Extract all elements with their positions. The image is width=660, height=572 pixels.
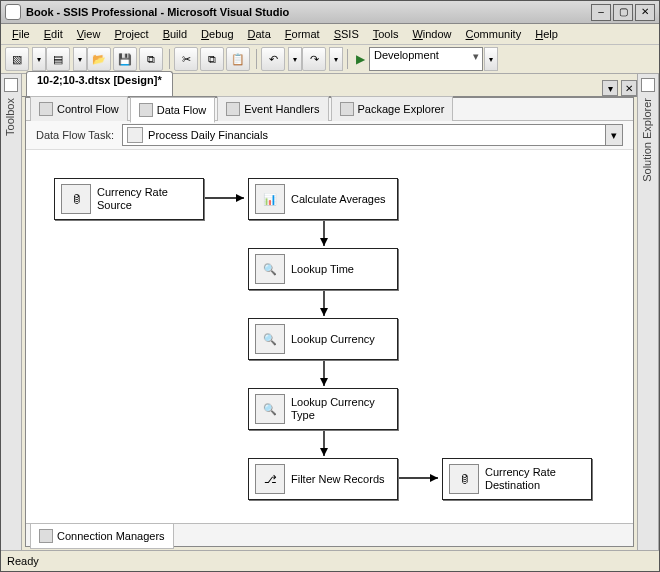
config-select[interactable]: Development: [369, 47, 483, 71]
status-text: Ready: [7, 555, 39, 567]
menu-edit[interactable]: Edit: [37, 26, 70, 42]
designer: Control Flow Data Flow Event Handlers Pa…: [25, 97, 634, 547]
start-debug[interactable]: ▶ Development: [356, 47, 483, 71]
toolbox-panel-collapsed[interactable]: Toolbox: [1, 74, 22, 550]
node-lookup-currency[interactable]: 🔍 Lookup Currency: [248, 318, 398, 360]
titlebar: Book - SSIS Professional - Microsoft Vis…: [1, 1, 659, 24]
menu-community[interactable]: Community: [459, 26, 529, 42]
node-calculate-averages[interactable]: 📊 Calculate Averages: [248, 178, 398, 220]
lookup-icon: 🔍: [255, 254, 285, 284]
conditional-split-icon: ⎇: [255, 464, 285, 494]
open-button[interactable]: 📂: [87, 47, 111, 71]
document-area: 10-2;10-3.dtsx [Design]* ▾ ✕ Control Flo…: [22, 74, 637, 550]
data-flow-task-label: Data Flow Task:: [36, 129, 114, 141]
window-title: Book - SSIS Professional - Microsoft Vis…: [26, 6, 589, 18]
doc-tab-active[interactable]: 10-2;10-3.dtsx [Design]*: [26, 71, 173, 96]
config-label: Development: [374, 49, 439, 61]
task-icon: [127, 127, 143, 143]
menu-file[interactable]: File: [5, 26, 37, 42]
document-tabs: 10-2;10-3.dtsx [Design]* ▾ ✕: [22, 74, 637, 97]
maximize-button[interactable]: ▢: [613, 4, 633, 21]
save-all-button[interactable]: ⧉: [139, 47, 163, 71]
tab-data-flow[interactable]: Data Flow: [130, 97, 216, 123]
data-flow-task-select[interactable]: Process Daily Financials ▾: [122, 124, 623, 146]
lookup-icon: 🔍: [255, 324, 285, 354]
menu-debug[interactable]: Debug: [194, 26, 240, 42]
db-destination-icon: 🛢: [449, 464, 479, 494]
tab-package-explorer[interactable]: Package Explorer: [331, 96, 454, 122]
app-icon: [5, 4, 21, 20]
close-button[interactable]: ✕: [635, 4, 655, 21]
minimize-button[interactable]: –: [591, 4, 611, 21]
node-filter-new-records[interactable]: ⎇ Filter New Records: [248, 458, 398, 500]
menu-window[interactable]: Window: [405, 26, 458, 42]
tab-control-flow[interactable]: Control Flow: [30, 96, 128, 122]
menu-view[interactable]: View: [70, 26, 108, 42]
aggregate-icon: 📊: [255, 184, 285, 214]
tab-connection-managers[interactable]: Connection Managers: [30, 524, 174, 549]
toolbox-label: Toolbox: [4, 98, 16, 136]
node-currency-rate-source[interactable]: 🛢 Currency Rate Source: [54, 178, 204, 220]
event-handlers-icon: [226, 102, 240, 116]
app-window: Book - SSIS Professional - Microsoft Vis…: [0, 0, 660, 572]
redo-button[interactable]: ↷: [302, 47, 326, 71]
menu-format[interactable]: Format: [278, 26, 327, 42]
paste-button[interactable]: 📋: [226, 47, 250, 71]
pin-icon[interactable]: [641, 78, 655, 92]
menu-build[interactable]: Build: [156, 26, 194, 42]
pin-icon[interactable]: [4, 78, 18, 92]
copy-button[interactable]: ⧉: [200, 47, 224, 71]
designer-bottom-tabs: Connection Managers: [26, 523, 633, 546]
node-currency-rate-destination[interactable]: 🛢 Currency Rate Destination: [442, 458, 592, 500]
menubar: File Edit View Project Build Debug Data …: [1, 24, 659, 45]
undo-button[interactable]: ↶: [261, 47, 285, 71]
node-lookup-currency-type[interactable]: 🔍 Lookup Currency Type: [248, 388, 398, 430]
add-item-button[interactable]: ▤: [46, 47, 70, 71]
menu-project[interactable]: Project: [107, 26, 155, 42]
cut-button[interactable]: ✂: [174, 47, 198, 71]
save-button[interactable]: 💾: [113, 47, 137, 71]
play-icon: ▶: [356, 52, 365, 66]
solution-explorer-label: Solution Explorer: [641, 98, 653, 182]
toolbar-sep: [256, 49, 257, 69]
designer-tabs: Control Flow Data Flow Event Handlers Pa…: [26, 98, 633, 121]
redo-dropdown[interactable]: ▾: [329, 47, 343, 71]
tab-menu-button[interactable]: ▾: [602, 80, 618, 96]
lookup-icon: 🔍: [255, 394, 285, 424]
new-project-button[interactable]: ▧: [5, 47, 29, 71]
menu-tools[interactable]: Tools: [366, 26, 406, 42]
data-flow-icon: [139, 103, 153, 117]
new-project-dropdown[interactable]: ▾: [32, 47, 46, 71]
menu-help[interactable]: Help: [528, 26, 565, 42]
design-canvas[interactable]: 🛢 Currency Rate Source 📊 Calculate Avera…: [26, 150, 633, 523]
chevron-down-icon[interactable]: ▾: [605, 125, 622, 145]
control-flow-icon: [39, 102, 53, 116]
add-item-dropdown[interactable]: ▾: [73, 47, 87, 71]
undo-dropdown[interactable]: ▾: [288, 47, 302, 71]
toolbar-sep: [169, 49, 170, 69]
toolbar-sep: [347, 49, 348, 69]
solution-explorer-panel-collapsed[interactable]: Solution Explorer: [637, 74, 659, 550]
task-value: Process Daily Financials: [148, 129, 268, 141]
node-lookup-time[interactable]: 🔍 Lookup Time: [248, 248, 398, 290]
body: Toolbox 10-2;10-3.dtsx [Design]* ▾ ✕ Con…: [1, 74, 659, 550]
config-more[interactable]: ▾: [484, 47, 498, 71]
menu-data[interactable]: Data: [241, 26, 278, 42]
status-bar: Ready: [1, 550, 659, 571]
menu-ssis[interactable]: SSIS: [327, 26, 366, 42]
db-source-icon: 🛢: [61, 184, 91, 214]
package-explorer-icon: [340, 102, 354, 116]
tab-close-button[interactable]: ✕: [621, 80, 637, 96]
data-flow-task-row: Data Flow Task: Process Daily Financials…: [26, 121, 633, 150]
toolbar: ▧▾ ▤▾ 📂 💾 ⧉ ✂ ⧉ 📋 ↶▾ ↷▾ ▶ Development ▾: [1, 45, 659, 74]
connection-managers-icon: [39, 529, 53, 543]
tab-event-handlers[interactable]: Event Handlers: [217, 96, 328, 122]
